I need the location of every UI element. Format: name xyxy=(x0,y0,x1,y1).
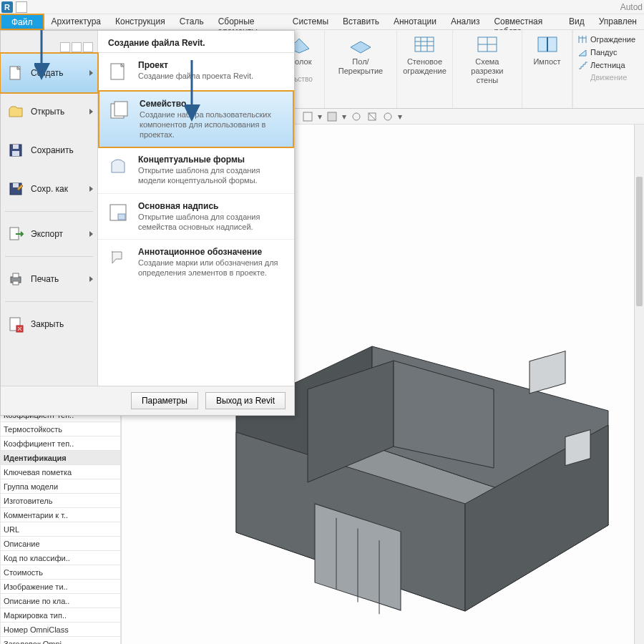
tab-collab[interactable]: Совместная работа xyxy=(487,14,561,29)
anno-title: Аннотационное обозначение xyxy=(138,247,286,257)
wall-label: Стеновоеограждение xyxy=(403,57,447,76)
railing-item[interactable]: Ограждение xyxy=(577,33,640,46)
create-family-item[interactable]: Семейство Создание набора пользовательск… xyxy=(98,90,294,148)
family-icon xyxy=(108,99,131,122)
railing-icon xyxy=(577,34,587,44)
svg-point-15 xyxy=(353,113,360,120)
tab-annotations[interactable]: Аннотации xyxy=(386,14,444,29)
prop-row[interactable]: Термостойкость xyxy=(1,422,121,436)
file-open-label: Открыть xyxy=(31,107,64,117)
ramp-item[interactable]: Пандус xyxy=(577,46,640,59)
toolbar-icon[interactable] xyxy=(351,111,362,122)
chevron-right-icon xyxy=(89,70,93,76)
conceptual-desc: Открытие шаблона для создания модели кон… xyxy=(138,166,286,186)
svg-rect-48 xyxy=(114,102,127,116)
circulation-caption: Движение xyxy=(577,72,640,83)
prop-row[interactable]: Изготовитель xyxy=(1,494,121,508)
ribbon-curtain-wall-button[interactable]: Стеновоеограждение xyxy=(397,30,453,108)
tab-view[interactable]: Вид xyxy=(562,14,592,29)
section-icon xyxy=(475,34,499,54)
exit-button[interactable]: Выход из Revit xyxy=(205,392,286,409)
create-titleblock-item[interactable]: Основная надпись Открытие шаблона для со… xyxy=(98,194,294,240)
prop-row[interactable]: Описание xyxy=(1,537,121,551)
tab-precast[interactable]: Сборные элементы xyxy=(211,14,286,29)
tab-steel[interactable]: Сталь xyxy=(172,14,211,29)
prop-row[interactable]: Описание по кла.. xyxy=(1,594,121,608)
file-save-as-item[interactable]: Сохр. как xyxy=(1,170,97,208)
prop-row[interactable]: Маркировка тип.. xyxy=(1,608,121,623)
conceptual-title: Концептуальные формы xyxy=(138,155,286,165)
tab-structure[interactable]: Конструкция xyxy=(108,14,172,29)
stair-item[interactable]: Лестница xyxy=(577,59,640,72)
prop-row[interactable]: Комментарии к т.. xyxy=(1,508,121,522)
file-create-header: Создание файла Revit. xyxy=(98,31,294,53)
vertical-scrollbar[interactable] xyxy=(634,125,644,644)
family-title: Семейство xyxy=(140,99,284,109)
file-export-item[interactable]: Экспорт xyxy=(1,215,97,253)
prop-row[interactable]: Изображение ти.. xyxy=(1,580,121,594)
file-print-item[interactable]: Печать xyxy=(1,260,97,298)
print-icon xyxy=(6,270,25,288)
file-menu-footer: Параметры Выход из Revit xyxy=(1,386,294,415)
titleblock-desc: Открытие шаблона для создания семейства … xyxy=(138,213,286,233)
svg-rect-13 xyxy=(303,112,312,121)
create-conceptual-item[interactable]: Концептуальные формы Открытие шаблона дл… xyxy=(98,147,294,194)
create-annotation-item[interactable]: Аннотационное обозначение Создание марки… xyxy=(98,240,294,286)
toolbar-icon[interactable] xyxy=(326,111,338,122)
save-icon xyxy=(6,141,25,160)
ribbon-section-grid-button[interactable]: Схема разрезкистены xyxy=(453,30,522,108)
mullion-label: Импост xyxy=(533,57,560,67)
tab-systems[interactable]: Системы xyxy=(286,14,336,29)
toolbar-icon[interactable] xyxy=(366,111,378,122)
dropdown-icon[interactable]: ▾ xyxy=(398,112,402,122)
mullion-icon xyxy=(535,34,560,54)
tab-analyze[interactable]: Анализ xyxy=(444,14,487,29)
tab-insert[interactable]: Вставить xyxy=(336,14,386,29)
ribbon-floor-button[interactable]: Пол/Перекрытие xyxy=(325,30,397,108)
dropdown-icon[interactable]: ▾ xyxy=(342,112,346,122)
prop-row[interactable]: Номер OmniClass xyxy=(1,623,121,637)
file-close-item[interactable]: Закрыть xyxy=(1,305,97,343)
anno-desc: Создание марки или обозначения для опред… xyxy=(138,258,286,278)
toolbar-icon[interactable] xyxy=(302,111,313,122)
app-logo-icon: R xyxy=(1,1,13,13)
file-export-label: Экспорт xyxy=(31,229,63,239)
qat-btn[interactable] xyxy=(72,42,82,52)
qat-icon[interactable] xyxy=(16,1,27,13)
file-create-label: Создать xyxy=(31,68,64,78)
file-save-item[interactable]: Сохранить xyxy=(1,131,97,170)
svg-rect-35 xyxy=(13,145,19,149)
prop-row[interactable]: Стоимость xyxy=(1,565,121,580)
prop-row[interactable]: Код по классифи.. xyxy=(1,551,121,565)
dropdown-icon[interactable]: ▾ xyxy=(318,112,322,122)
file-tab[interactable]: Файл xyxy=(0,14,44,30)
conceptual-icon xyxy=(107,155,130,177)
svg-marker-12 xyxy=(579,50,586,56)
file-save-label: Сохранить xyxy=(31,145,74,155)
wall-icon xyxy=(412,34,436,54)
titleblock-title: Основная надпись xyxy=(138,201,286,211)
chevron-right-icon xyxy=(89,109,93,114)
options-button[interactable]: Параметры xyxy=(131,392,198,409)
prop-row[interactable]: Коэффициент теп.. xyxy=(1,436,121,451)
file-open-item[interactable]: Открыть xyxy=(1,92,97,131)
svg-point-18 xyxy=(384,113,391,120)
toolbar-icon[interactable] xyxy=(382,111,394,122)
section-label: Схема разрезкистены xyxy=(460,57,514,86)
prop-section[interactable]: Идентификация xyxy=(1,451,121,465)
ribbon-mullion-button[interactable]: Импост xyxy=(522,30,572,108)
tab-manage[interactable]: Управлен xyxy=(592,14,644,29)
qat-btn[interactable] xyxy=(60,42,70,52)
prop-row[interactable]: Ключевая пометка xyxy=(1,465,121,479)
svg-line-17 xyxy=(369,113,376,120)
prop-row[interactable]: URL xyxy=(1,522,121,537)
create-project-item[interactable]: Проект Создание файла проекта Revit. xyxy=(98,53,294,91)
qat-btn[interactable] xyxy=(83,42,93,52)
scrollbar-thumb[interactable] xyxy=(636,177,643,307)
ribbon-tab-row: Файл Архитектура Конструкция Сталь Сборн… xyxy=(0,14,644,30)
prop-row[interactable]: Заголовок Omni xyxy=(1,637,121,645)
prop-row[interactable]: Группа модели xyxy=(1,479,121,494)
tab-architecture[interactable]: Архитектура xyxy=(44,14,109,29)
svg-rect-50 xyxy=(118,214,125,220)
file-create-item[interactable]: Создать xyxy=(0,52,99,94)
